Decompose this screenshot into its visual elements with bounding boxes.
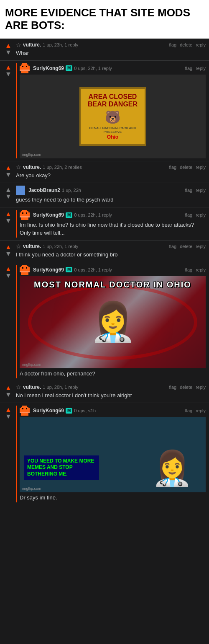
avatar-surly-5 [20, 210, 30, 220]
avatar-jacob [16, 186, 25, 195]
svg-rect-23 [26, 267, 27, 269]
delete-link-8[interactable]: delete [180, 385, 192, 390]
upvote-8[interactable]: ▲ [5, 385, 12, 391]
downvote-5[interactable]: ▼ [5, 217, 12, 224]
flag-link-6[interactable]: flag [169, 244, 176, 249]
comment-meta-5: SurlyKong69 M 0 ups, 22h, 1 reply flag r… [20, 210, 206, 220]
svg-rect-30 [22, 408, 23, 409]
comment-meta-3: ☆ vulture. 1 up, 22h, 2 replies flag del… [16, 164, 206, 171]
actions-9: flag reply [185, 408, 206, 413]
svg-rect-17 [22, 265, 27, 266]
reply-link-9[interactable]: reply [196, 408, 206, 413]
reply-link-2[interactable]: reply [196, 66, 206, 71]
star-icon-8[interactable]: ☆ [16, 384, 21, 391]
comment-meta-2: SurlyKong69 M 0 ups, 22h, 1 reply flag r… [20, 63, 206, 73]
flag-link-3[interactable]: flag [169, 165, 176, 170]
downvote-7[interactable]: ▼ [5, 272, 12, 279]
actions-4: flag reply [185, 188, 206, 193]
actions-2: flag reply [185, 66, 206, 71]
flag-link-2[interactable]: flag [185, 66, 192, 71]
vote-col-6[interactable]: ▲ ▼ [3, 243, 13, 257]
svg-rect-10 [21, 211, 28, 212]
svg-rect-4 [20, 70, 30, 71]
comment-4: ▲ ▼ JacobBraun2 1 up, 22h flag reply gue… [0, 183, 209, 207]
bear-sign-subtext: DENALI NATIONAL PARK AND PRESERVE [87, 126, 139, 134]
reply-link-1[interactable]: reply [196, 42, 206, 47]
avatar-surly-9 [20, 406, 30, 416]
comment-body-9: SurlyKong69 M 0 ups, <1h flag reply 👩‍⚕️… [20, 406, 206, 502]
downvote-2[interactable]: ▼ [5, 71, 12, 78]
star-icon-3[interactable]: ☆ [16, 164, 21, 171]
nurse-text-overlay: YOU NEED TO MAKE MORE MEMES AND STOP BOT… [24, 455, 99, 480]
delete-link-1[interactable]: delete [180, 42, 192, 47]
star-icon-1[interactable]: ☆ [16, 41, 21, 48]
vote-col-7[interactable]: ▲ ▼ [3, 265, 13, 279]
flag-link-5[interactable]: flag [185, 212, 192, 217]
username-4: JacobBraun2 [28, 187, 60, 193]
upvote-9[interactable]: ▲ [5, 406, 12, 413]
meta-9: 0 ups, <1h [74, 408, 96, 413]
username-6: vulture. [23, 243, 41, 249]
comment-2: ▲ ▼ SurlyKong69 M 0 ups, 22h, 1 reply fl… [0, 60, 209, 161]
vote-col-5[interactable]: ▲ ▼ [3, 210, 13, 224]
comment-body-5: SurlyKong69 M 0 ups, 22h, 1 reply flag r… [20, 210, 206, 237]
vote-col-1[interactable]: ▲ ▼ [3, 41, 13, 56]
upvote-6[interactable]: ▲ [5, 244, 12, 251]
star-icon-6[interactable]: ☆ [16, 243, 21, 250]
meta-5: 0 ups, 22h, 1 reply [74, 212, 112, 217]
comment-5: ▲ ▼ SurlyKong69 M 0 ups, 22h, 1 reply fl… [0, 207, 209, 240]
flag-link-4[interactable]: flag [185, 188, 192, 193]
downvote-3[interactable]: ▼ [5, 171, 12, 178]
downvote-6[interactable]: ▼ [5, 251, 12, 257]
reply-link-7[interactable]: reply [196, 267, 206, 272]
vote-col-8[interactable]: ▲ ▼ [3, 384, 13, 398]
username-5: SurlyKong69 [33, 212, 64, 218]
bear-sign: AREA CLOSED BEAR DANGER 🐻 DENALI NATIONA… [79, 87, 146, 145]
imgflip-watermark-1: imgflip.com [22, 153, 41, 157]
svg-rect-12 [20, 216, 30, 217]
vote-col-3[interactable]: ▲ ▼ [3, 164, 13, 178]
doctor-meme-inner: 👩‍⚕️ MOST NORMAL DOCTOR IN OHIO imgflip.… [20, 276, 206, 368]
comment-meta-9: SurlyKong69 M 0 ups, <1h flag reply [20, 406, 206, 416]
left-bar-7 [16, 265, 17, 378]
flag-link-9[interactable]: flag [185, 408, 192, 413]
downvote-4[interactable]: ▼ [5, 193, 12, 200]
upvote-7[interactable]: ▲ [5, 266, 12, 272]
comment-text-6: I think you need a doctor or something b… [16, 251, 206, 259]
ohio-text: Ohio [107, 134, 118, 140]
reply-link-8[interactable]: reply [196, 385, 206, 390]
reply-link-5[interactable]: reply [196, 212, 206, 217]
doctor-ohio-image: 👩‍⚕️ MOST NORMAL DOCTOR IN OHIO imgflip.… [20, 276, 206, 368]
flag-link-7[interactable]: flag [185, 267, 192, 272]
doctor-figure: 👩‍⚕️ [20, 276, 206, 368]
svg-rect-25 [22, 406, 27, 407]
comment-text-5: Im fine. Is ohio fine? Is ohio fine now … [20, 221, 206, 236]
actions-8: flag delete reply [169, 385, 206, 390]
svg-rect-29 [21, 413, 28, 416]
upvote-1[interactable]: ▲ [5, 42, 12, 49]
reply-link-3[interactable]: reply [196, 165, 206, 170]
svg-rect-11 [20, 212, 30, 216]
username-8: vulture. [23, 384, 41, 390]
svg-rect-20 [20, 271, 30, 272]
nurse-figure: 👩‍⚕️ [151, 449, 193, 488]
svg-rect-15 [26, 212, 27, 214]
left-bar-2 [16, 63, 17, 158]
reply-link-4[interactable]: reply [196, 188, 206, 193]
reply-link-6[interactable]: reply [196, 244, 206, 249]
vote-col-4[interactable]: ▲ ▼ [3, 186, 13, 200]
downvote-8[interactable]: ▼ [5, 391, 12, 398]
delete-link-3[interactable]: delete [180, 165, 192, 170]
actions-3: flag delete reply [169, 165, 206, 170]
downvote-9[interactable]: ▼ [5, 413, 12, 420]
vote-col-9[interactable]: ▲ ▼ [3, 406, 13, 420]
upvote-5[interactable]: ▲ [5, 211, 12, 217]
delete-link-6[interactable]: delete [180, 244, 192, 249]
flag-link-8[interactable]: flag [169, 385, 176, 390]
upvote-3[interactable]: ▲ [5, 165, 12, 171]
vote-col-2[interactable]: ▲ ▼ [3, 63, 13, 78]
upvote-4[interactable]: ▲ [5, 186, 12, 193]
downvote-1[interactable]: ▼ [5, 49, 12, 56]
upvote-2[interactable]: ▲ [5, 64, 12, 71]
flag-link-1[interactable]: flag [169, 42, 176, 47]
